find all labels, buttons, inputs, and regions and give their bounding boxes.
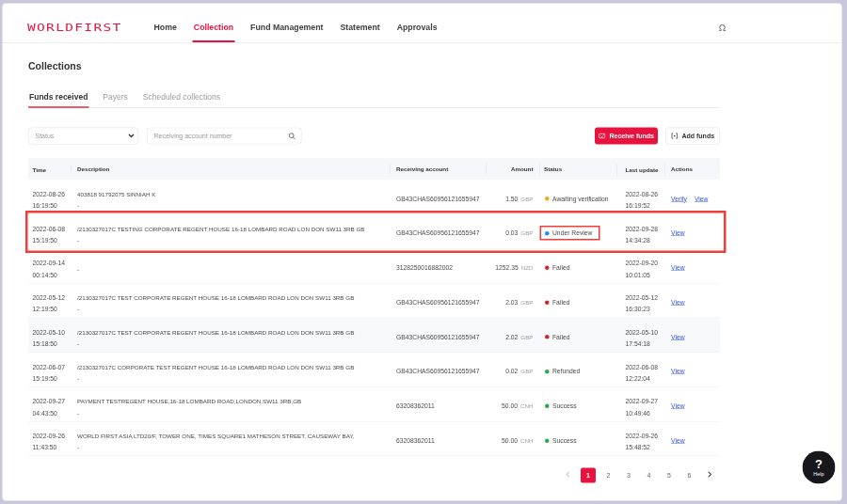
nav-item-approvals[interactable]: Approvals [395,12,439,43]
cell-status: Refunded [539,362,616,378]
description-line1: /2130327017C CORPORATE TEST REGENT HOUSE… [77,361,390,372]
pagination-page-4[interactable]: 4 [642,467,657,482]
last-update-date: 2022-09-27 [626,396,665,407]
col-header-time: Time [28,167,71,174]
time-clock: 15:19:50 [33,235,72,246]
last-update-date: 2022-09-28 [626,223,665,234]
time-date: 2022-05-10 [33,327,72,339]
amount-value: 50.00 [502,435,518,447]
last-update-clock: 12:22:04 [626,373,665,385]
status-label: Failed [552,262,569,274]
currency-label: CNH [520,401,534,412]
cell-last-update: 2022-08-26 16:19:52 [616,184,664,212]
view-link[interactable]: View [695,193,709,204]
nav-item-collection[interactable]: Collection [192,12,234,43]
pagination-page-1[interactable]: 1 [581,467,596,482]
pagination-page-6[interactable]: 6 [682,467,697,482]
cell-amount: 0.03 GBP [486,224,539,240]
view-link[interactable]: View [671,228,685,239]
cell-time: 2022-09-14 00:14:50 [28,254,71,281]
status-dot [545,300,550,305]
table-row[interactable]: 2022-06-07 15:19:50 /2130327017C CORPORA… [28,353,720,387]
status-label: Failed [552,331,569,342]
description-line1: WORLD FIRST ASIA LTD20/F, TOWER ONE, TIM… [77,431,390,442]
search-placeholder: Receiving account number [154,133,289,140]
cell-status: Failed [539,327,616,343]
status-dot [545,404,550,409]
pagination-prev-button[interactable] [561,467,576,484]
nav-item-fund-management[interactable]: Fund Management [249,12,325,43]
table-row[interactable]: 2022-09-26 11:43:50 WORLD FIRST ASIA LTD… [28,421,720,456]
verify-link[interactable]: Verify [671,193,687,204]
pagination-page-5[interactable]: 5 [662,467,677,482]
help-button[interactable]: ? Help [803,451,836,484]
view-link[interactable]: View [671,297,685,308]
status-select[interactable]: Status [28,128,138,145]
tab-bar: Funds received Payers Scheduled collecti… [28,92,720,108]
view-link[interactable]: View [671,331,685,342]
description-line1: /2130327017C TEST CORPORATE REGENT HOUSE… [77,292,390,304]
view-link[interactable]: View [671,435,685,447]
cell-actions: View [664,292,720,308]
add-funds-button[interactable]: Add funds [665,128,720,145]
cell-status: Success [539,396,616,412]
description-line2: - [77,200,390,212]
last-update-date: 2022-08-26 [626,189,665,200]
question-mark-icon: ? [815,458,823,470]
cell-description: /2130327017C CORPORATE TEST REGENT HOUSE… [71,357,390,385]
time-clock: 11:43:50 [33,442,72,453]
view-link[interactable]: View [671,401,685,412]
tab-funds-received[interactable]: Funds received [28,92,88,108]
last-update-clock: 14:34:28 [626,235,665,246]
currency-label: GBP [520,366,533,377]
status-dot [545,335,550,339]
description-line2: - [77,304,390,315]
stage: WORLDFIRST Home Collection Fund Manageme… [0,0,847,504]
view-link[interactable]: View [671,366,685,377]
status-label: Success [552,401,577,412]
help-label: Help [813,471,823,477]
cell-time: 2022-05-10 15:18:50 [28,323,71,350]
cell-last-update: 2022-06-08 12:22:04 [616,357,664,385]
table-row[interactable]: 2022-05-12 12:19:50 /2130327017C TEST CO… [28,283,720,318]
view-link[interactable]: View [671,262,685,274]
tab-payers[interactable]: Payers [102,92,128,108]
pagination-page-3[interactable]: 3 [621,467,636,482]
top-header: WORLDFIRST Home Collection Fund Manageme… [3,4,842,44]
time-date: 2022-09-26 [33,431,72,442]
pagination-page-2[interactable]: 2 [601,467,616,482]
user-account-icon[interactable] [718,23,727,32]
table-row[interactable]: 2022-08-26 16:19:50 403818 91792075 SINN… [28,180,720,214]
add-funds-icon [671,133,679,139]
cell-amount: 1252.35 NZD [486,258,539,274]
pagination-next-button[interactable] [702,467,717,484]
cell-receiving-account: 3128250016882002 [390,258,486,274]
cell-actions: View [664,258,720,274]
nav-item-statement[interactable]: Statement [339,12,381,43]
status-label: Refunded [552,366,580,377]
worldfirst-logo[interactable]: WORLDFIRST [27,22,121,34]
cell-description: PAYMENT TESTREGENT HOUSE,16-18 LOMBARD R… [71,392,390,419]
nav-item-home[interactable]: Home [152,12,178,43]
tab-scheduled-collections[interactable]: Scheduled collections [142,92,221,108]
amount-value: 1252.35 [495,262,518,274]
amount-value: 0.02 [505,366,518,377]
last-update-date: 2022-05-10 [626,327,665,339]
cell-last-update: 2022-09-28 14:34:28 [616,219,664,246]
table-row[interactable]: 2022-06-08 15:19:50 /2130327017C TESTING… [28,214,720,249]
cell-time: 2022-06-08 15:19:50 [28,219,71,246]
table-row[interactable]: 2022-09-27 04:43:50 PAYMENT TESTREGENT H… [28,387,720,422]
description-line2: - [77,339,390,350]
description-line1: /2130327017C TEST CORPORATE REGENT HOUSE… [77,327,390,339]
table-row[interactable]: 2022-09-14 00:14:50 - 3128250016882002 1… [28,249,720,284]
receive-funds-button[interactable]: Receive funds [595,128,658,145]
time-date: 2022-05-12 [33,292,72,304]
cell-receiving-account: GB43CHAS60956121655947 [390,292,486,308]
receiving-account-search-input[interactable]: Receiving account number [147,128,302,145]
last-update-clock: 10:49:46 [626,407,665,418]
chevron-right-icon [707,471,713,478]
table-row[interactable]: 2022-05-10 15:18:50 /2130327017C TEST CO… [28,318,720,353]
cell-actions: View [664,362,720,378]
time-date: 2022-08-26 [33,189,72,200]
cell-description: /2130327017C TESTING CORPORATE REGENT HO… [71,219,390,246]
